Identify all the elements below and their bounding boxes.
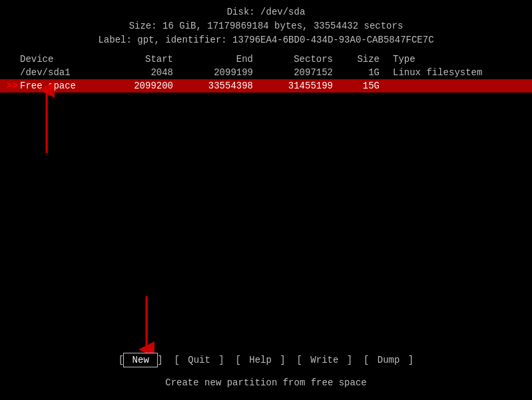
col-header-end: End [236,54,253,65]
bracket-write-close: ] [347,355,352,365]
partition-size: 15G [363,81,380,91]
col-header-sectors: Sectors [294,54,333,65]
start-sector: 2048 [150,67,173,78]
arrow-up-indicator [33,80,60,160]
row-selector: >> [7,81,20,91]
help-button[interactable]: Help [241,353,280,367]
col-header-type: Type [393,54,415,65]
end-sector: 2099199 [214,67,253,78]
table-row[interactable]: >> Free space 2099200 33554398 31455199 … [0,79,532,93]
disk-size-info: Size: 16 GiB, 17179869184 bytes, 3355443… [0,19,532,33]
new-button[interactable]: New [124,353,157,367]
disk-title: Disk: /dev/sda [0,5,532,19]
arrow-down-indicator [130,293,163,359]
bracket-quit-open: [ [174,355,179,365]
bracket-help-open: [ [235,355,240,365]
bracket-dump-close: ] [408,355,413,365]
end-sector: 33554398 [208,81,253,91]
sector-count: 2097152 [294,67,333,78]
bracket-new-close: ] [157,355,162,365]
bracket-help-close: ] [280,355,285,365]
table-row[interactable]: /dev/sda1 2048 2099199 2097152 1G Linux … [0,66,532,79]
device-name: /dev/sda1 [20,67,71,78]
col-header-size: Size [357,54,380,65]
status-text: Create new partition from free space [165,377,366,388]
col-header-device: Device [20,54,53,65]
table-header-row: Device Start End Sectors Size Type [0,53,532,66]
toolbar: [ New ] [ Quit ] [ Help ] [ Write ] [ Du… [0,353,532,367]
partition-size: 1G [368,67,380,78]
partition-type: Linux filesystem [393,67,482,78]
quit-button[interactable]: Quit [180,353,218,367]
bracket-new-open: [ [119,355,124,365]
status-bar: Create new partition from free space [0,377,532,388]
dump-button[interactable]: Dump [369,353,407,367]
disk-header: Disk: /dev/sda Size: 16 GiB, 17179869184… [0,0,532,47]
screen: Disk: /dev/sda Size: 16 GiB, 17179869184… [0,0,532,400]
write-button[interactable]: Write [302,353,347,367]
sector-count: 31455199 [288,81,333,91]
disk-label-info: Label: gpt, identifier: 13796EA4-6BD0-43… [0,33,532,47]
bracket-write-open: [ [297,355,302,365]
bracket-quit-close: ] [218,355,224,365]
partition-table: Device Start End Sectors Size Type /dev/… [0,53,532,93]
bracket-dump-open: [ [364,355,369,365]
start-sector: 2099200 [134,81,173,91]
col-header-start: Start [145,54,173,65]
